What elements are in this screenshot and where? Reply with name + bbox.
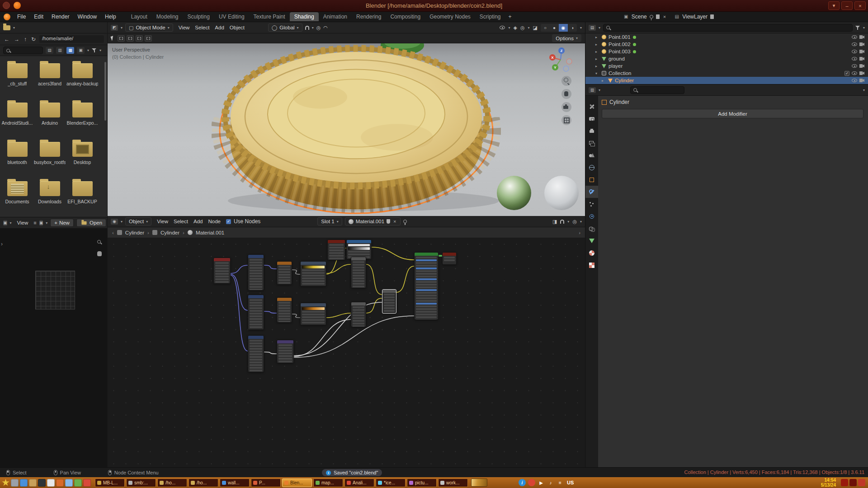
launcher-terminal[interactable] (38, 479, 46, 487)
breadcrumb-item[interactable]: Cylinder (160, 230, 179, 235)
select-mode-new-toggle[interactable] (118, 35, 125, 42)
taskbar-window[interactable]: /ho... (157, 479, 187, 487)
file-browser-folder[interactable]: Arduino (33, 101, 66, 136)
menubar-menu-file[interactable]: File (13, 13, 30, 21)
show-gizmo-icon[interactable]: ◈ (513, 25, 517, 31)
tray-volume-icon[interactable]: ♪ (547, 479, 554, 486)
parent-dir-button[interactable]: ↑ (23, 36, 28, 42)
use-nodes-checkbox[interactable]: ✓ (226, 219, 231, 224)
outliner-row[interactable]: ▸ground (585, 55, 868, 62)
chevron-down-icon[interactable]: ▾ (87, 48, 89, 52)
taskbar-window[interactable]: map... (313, 479, 343, 487)
edge-icon-2[interactable] (849, 479, 857, 486)
render-camera-icon[interactable] (859, 79, 864, 82)
tray-info-icon[interactable]: i (519, 479, 526, 486)
outliner-row[interactable]: ▸Point.002 (585, 41, 868, 48)
properties-tab-particles[interactable] (585, 198, 598, 210)
shading-material-button[interactable]: ◉ (559, 24, 568, 32)
pin-icon[interactable] (650, 15, 653, 19)
unlink-scene-icon[interactable]: × (662, 14, 667, 19)
visibility-eye-icon[interactable] (852, 79, 857, 82)
launcher-files[interactable] (29, 479, 37, 487)
coin-object[interactable] (220, 49, 493, 213)
shader-node[interactable] (414, 252, 439, 320)
launcher-web[interactable] (20, 479, 28, 487)
workspace-tab-uv-editing[interactable]: UV Editing (214, 12, 249, 21)
shader-node[interactable] (248, 254, 264, 291)
file-browser-folder[interactable]: AndroidStudi... (1, 101, 33, 136)
xray-toggle-icon[interactable]: ◪ (533, 25, 538, 31)
snap-magnet-icon[interactable] (305, 26, 309, 30)
breadcrumb-item[interactable]: Cylinder (125, 230, 144, 235)
disclosure-icon[interactable]: ▸ (595, 35, 599, 39)
taskbar-window[interactable]: Anali... (344, 479, 374, 487)
outliner-row[interactable]: ▸Point.001 (585, 33, 868, 41)
axis-negative-x[interactable] (566, 59, 572, 64)
taskbar-window[interactable]: /ho... (189, 479, 218, 487)
file-browser-folder[interactable]: busybox_rootfs (33, 140, 66, 175)
shader-menu-select[interactable]: Select (171, 218, 191, 225)
menubar-menu-help[interactable]: Help (101, 13, 120, 21)
taskbar-window[interactable]: MB-L... (95, 479, 125, 487)
material-selector[interactable]: Material.001 × (345, 217, 401, 225)
scene-selector[interactable]: Scene (632, 14, 647, 20)
clock[interactable]: 14:54 5/13/24 (821, 478, 836, 488)
zoom-icon[interactable] (97, 240, 101, 244)
edge-icon-3[interactable] (858, 479, 865, 486)
blender-logo-icon[interactable] (4, 14, 10, 20)
select-mode-subtract-toggle[interactable] (136, 35, 143, 42)
properties-search-input[interactable] (630, 86, 684, 94)
outliner-row[interactable]: ▾Collection✓ (585, 70, 868, 77)
shader-node[interactable] (327, 239, 345, 260)
shader-node[interactable] (248, 335, 264, 372)
properties-tab-texture[interactable] (585, 259, 598, 271)
back-button[interactable]: ← (3, 36, 10, 42)
image-view-menu[interactable]: View (14, 219, 31, 226)
shader-node[interactable] (382, 289, 396, 314)
disclosure-icon[interactable]: ▸ (595, 50, 599, 54)
render-camera-icon[interactable] (859, 35, 864, 39)
disclosure-icon[interactable]: ▸ (595, 64, 599, 68)
chevron-down-icon[interactable]: ▾ (580, 26, 582, 30)
render-camera-icon[interactable] (859, 42, 864, 46)
transform-orientation-dropdown[interactable]: ◯Global▾ (268, 23, 302, 32)
shader-menu-view[interactable]: View (154, 218, 171, 225)
new-scene-icon[interactable] (656, 14, 660, 19)
launcher-mail[interactable] (65, 479, 73, 487)
scrollbar[interactable] (104, 62, 106, 121)
properties-tab-modifiers[interactable] (585, 186, 598, 198)
expand-icon[interactable]: › (579, 230, 580, 235)
properties-tab-scene[interactable] (585, 149, 598, 161)
visibility-eye-icon[interactable] (852, 42, 857, 46)
toggle-projection-button[interactable] (561, 115, 571, 125)
proportional-falloff-icon[interactable]: ◠ (323, 25, 328, 31)
chevron-down-icon[interactable]: ▾ (312, 26, 314, 30)
workspace-tab-compositing[interactable]: Compositing (386, 12, 425, 21)
axis-negative-z[interactable] (563, 66, 569, 71)
shader-menu-add[interactable]: Add (191, 218, 205, 225)
workspace-tab-scripting[interactable]: Scripting (475, 12, 505, 21)
display-grid-button[interactable]: ▦ (66, 47, 74, 54)
workspace-tab-sculpting[interactable]: Sculpting (183, 12, 214, 21)
shading-solid-button[interactable]: ● (550, 24, 559, 32)
visibility-eye-icon[interactable] (852, 64, 857, 68)
disclosure-icon[interactable]: ▸ (595, 42, 599, 47)
properties-tab-viewlayer[interactable] (585, 137, 598, 149)
viewport-menu-select[interactable]: Select (192, 24, 212, 31)
viewport-menu-add[interactable]: Add (212, 24, 226, 31)
navigation-gizmo[interactable]: Z X Y (548, 46, 574, 72)
edge-icon-1[interactable] (841, 479, 848, 486)
display-vertical-list-button[interactable]: ▤ (46, 47, 53, 54)
taskbar-window[interactable]: P... (251, 479, 281, 487)
shader-node[interactable] (277, 297, 292, 323)
taskbar-window[interactable]: pictu... (407, 479, 437, 487)
outliner-row[interactable]: ▸Cylinder (585, 77, 868, 84)
image-editor-grid[interactable] (35, 271, 75, 310)
properties-tab-output[interactable] (585, 125, 598, 137)
slot-dropdown[interactable]: Slot 1▾ (317, 217, 342, 225)
shader-node[interactable] (351, 257, 366, 288)
chevron-down-icon[interactable]: ▾ (508, 26, 510, 30)
launcher-media[interactable] (56, 479, 64, 487)
mode-dropdown[interactable]: ▢Object Mode▾ (125, 23, 173, 32)
taskbar-window[interactable]: work... (438, 479, 468, 487)
